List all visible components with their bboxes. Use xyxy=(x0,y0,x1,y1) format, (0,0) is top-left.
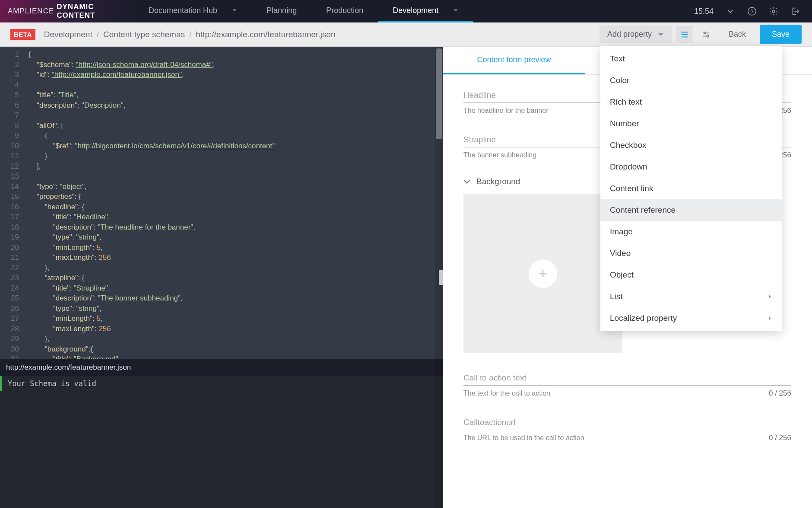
crumb-sep: / xyxy=(189,30,191,39)
gear-icon[interactable] xyxy=(769,6,778,16)
headline-help: The headline for the banner xyxy=(463,107,549,115)
field-cta-text: The text for the call to action 0 / 256 xyxy=(463,371,791,398)
validation-message: Your Schema is valid xyxy=(0,376,443,391)
menu-item-label: Dropdown xyxy=(610,162,647,172)
background-title: Background xyxy=(476,177,520,186)
menu-item-label: Content reference xyxy=(610,205,676,215)
menu-item-label: Localized property xyxy=(610,313,677,323)
logout-icon[interactable] xyxy=(790,6,800,16)
add-property-label: Add property xyxy=(607,30,652,39)
nav-tab-label: Documentation Hub xyxy=(149,6,217,15)
menu-item-content-reference[interactable]: Content reference xyxy=(600,199,782,221)
menu-item-number[interactable]: Number xyxy=(600,113,782,134)
menu-item-text[interactable]: Text xyxy=(600,48,782,70)
menu-item-dropdown[interactable]: Dropdown xyxy=(600,156,782,178)
svg-point-3 xyxy=(704,32,706,34)
menu-item-label: Number xyxy=(610,119,639,128)
crumb-file: http://example.com/featurebanner.json xyxy=(196,30,335,39)
cta-text-input[interactable] xyxy=(463,371,791,386)
menu-item-video[interactable]: Video xyxy=(600,243,782,264)
scrollbar-thumb[interactable] xyxy=(436,48,442,139)
plus-icon xyxy=(537,268,549,280)
add-property-button[interactable]: Add property xyxy=(599,26,672,43)
svg-point-4 xyxy=(707,35,708,37)
nav-right: 15:54 ? xyxy=(694,6,812,16)
menu-item-label: Text xyxy=(610,54,625,64)
menu-item-label: Content link xyxy=(610,184,653,193)
menu-item-label: Color xyxy=(610,76,629,85)
strapline-help: The banner subheading xyxy=(463,151,536,159)
chevron-down-icon[interactable] xyxy=(726,6,735,16)
form-view-icon[interactable] xyxy=(676,26,693,43)
svg-point-2 xyxy=(772,10,775,13)
cta-url-input[interactable] xyxy=(463,415,791,430)
settings-sliders-icon[interactable] xyxy=(698,26,715,43)
nav-tab-documentation-hub[interactable]: Documentation Hub xyxy=(134,0,252,22)
nav-tab-label: Planning xyxy=(266,6,297,15)
brand-light: AMPLIENCE xyxy=(8,7,54,16)
field-cta-url: The URL to be used in the call to action… xyxy=(463,415,791,442)
add-image-button[interactable] xyxy=(529,259,557,288)
chevron-down-icon xyxy=(453,8,458,13)
menu-item-checkbox[interactable]: Checkbox xyxy=(600,134,782,156)
nav-tab-label: Production xyxy=(326,6,363,15)
code-editor-pane: 1234567891011121314151617181920212223242… xyxy=(0,47,443,508)
nav-tab-development[interactable]: Development xyxy=(378,0,473,22)
sub-bar: BETA Development / Content type schemas … xyxy=(0,22,812,47)
menu-item-object[interactable]: Object xyxy=(600,264,782,286)
cta-url-help: The URL to be used in the call to action xyxy=(463,434,584,442)
menu-item-color[interactable]: Color xyxy=(600,70,782,91)
help-icon[interactable]: ? xyxy=(747,6,757,16)
cta-text-help: The text for the call to action xyxy=(463,390,550,397)
crumb-development[interactable]: Development xyxy=(44,30,92,39)
editor-scrollbar[interactable] xyxy=(435,47,443,359)
top-nav: AMPLIENCE DYNAMIC CONTENT Documentation … xyxy=(0,0,812,22)
menu-item-label: Rich text xyxy=(610,97,642,107)
crumb-schemas[interactable]: Content type schemas xyxy=(103,30,185,39)
menu-item-label: Checkbox xyxy=(610,141,647,150)
menu-item-content-link[interactable]: Content link xyxy=(600,178,782,199)
cta-url-count: 0 / 256 xyxy=(769,434,791,442)
beta-badge: BETA xyxy=(10,29,35,40)
save-button[interactable]: Save xyxy=(760,25,802,44)
nav-tab-planning[interactable]: Planning xyxy=(252,0,311,22)
subbar-right: Add property Back Save xyxy=(599,25,802,44)
line-gutter: 1234567891011121314151617181920212223242… xyxy=(0,47,25,359)
brand-logo: AMPLIENCE DYNAMIC CONTENT xyxy=(0,0,134,22)
menu-item-label: Image xyxy=(610,227,633,236)
menu-item-list[interactable]: List xyxy=(600,286,782,307)
menu-item-label: Video xyxy=(610,249,631,258)
menu-item-rich-text[interactable]: Rich text xyxy=(600,91,782,113)
split-handle[interactable] xyxy=(439,270,443,285)
editor-empty-area xyxy=(0,391,443,508)
crumb-sep: / xyxy=(97,30,99,39)
nav-tabs: Documentation HubPlanningProductionDevel… xyxy=(134,0,473,22)
add-property-menu: TextColorRich textNumberCheckboxDropdown… xyxy=(600,46,782,331)
background-dropzone[interactable] xyxy=(463,194,622,353)
chevron-down-icon xyxy=(463,178,470,185)
menu-item-label: List xyxy=(610,292,623,301)
clock-time: 15:54 xyxy=(694,7,714,16)
code-content[interactable]: { "$schema": "http://json-schema.org/dra… xyxy=(25,47,443,359)
chevron-right-icon xyxy=(768,294,772,299)
menu-item-label: Object xyxy=(610,270,634,280)
code-area[interactable]: 1234567891011121314151617181920212223242… xyxy=(0,47,443,359)
menu-item-image[interactable]: Image xyxy=(600,221,782,243)
caret-down-icon xyxy=(658,32,664,38)
brand-bold: DYNAMIC CONTENT xyxy=(57,3,134,20)
tab-content-form-preview[interactable]: Content form preview xyxy=(443,47,585,74)
svg-text:?: ? xyxy=(750,8,753,15)
nav-tab-label: Development xyxy=(393,6,438,15)
chevron-right-icon xyxy=(768,316,772,321)
back-button[interactable]: Back xyxy=(719,30,755,39)
breadcrumb: Development / Content type schemas / htt… xyxy=(44,30,336,39)
menu-item-localized-property[interactable]: Localized property xyxy=(600,307,782,329)
status-bar: http://example.com/featurebanner.json xyxy=(0,359,443,376)
editor-bottom: http://example.com/featurebanner.json Yo… xyxy=(0,359,443,508)
chevron-down-icon xyxy=(232,8,237,13)
status-file: http://example.com/featurebanner.json xyxy=(6,363,131,372)
cta-text-count: 0 / 256 xyxy=(769,389,791,398)
nav-tab-production[interactable]: Production xyxy=(311,0,378,22)
